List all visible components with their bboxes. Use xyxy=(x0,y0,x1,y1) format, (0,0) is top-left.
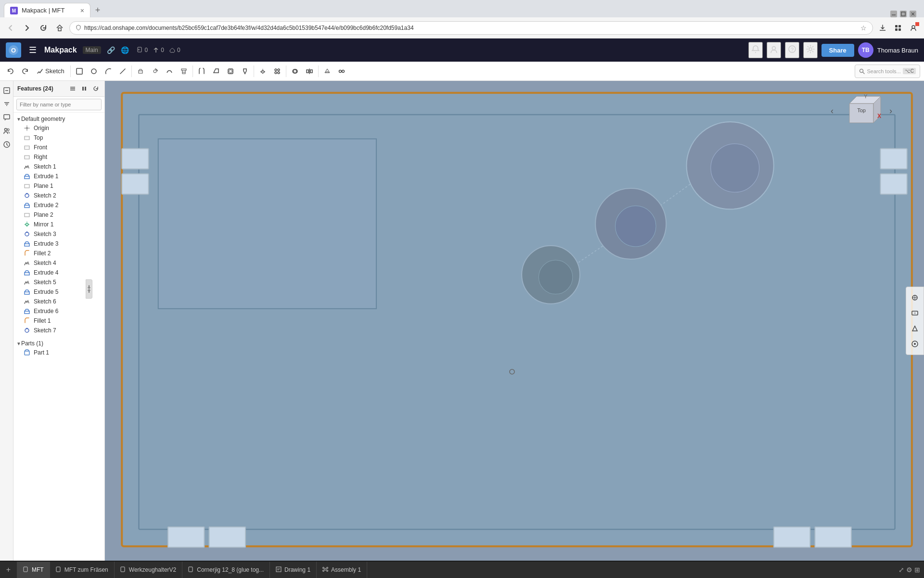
fullscreen-icon[interactable]: ⤢ xyxy=(898,566,904,574)
active-tab[interactable]: M Makpack | MFT × xyxy=(4,3,90,17)
minimize-button[interactable] xyxy=(890,11,897,17)
canvas-viewport[interactable]: ‹ › Top Y X xyxy=(105,81,924,561)
boolean-tool[interactable] xyxy=(288,64,302,79)
maximize-button[interactable] xyxy=(900,11,907,17)
comments-button[interactable] xyxy=(1,112,13,123)
feature-item[interactable]: Sketch 3 xyxy=(13,229,104,239)
part-studio-nav-button[interactable] xyxy=(1,85,13,96)
mate-tool[interactable] xyxy=(335,64,348,79)
bottom-tab-mft[interactable]: MFT xyxy=(17,562,50,578)
loft-tool[interactable] xyxy=(177,64,191,79)
redo-button[interactable] xyxy=(18,64,32,79)
bottom-tab-drawing[interactable]: Drawing 1 xyxy=(270,562,317,578)
refresh-button[interactable] xyxy=(37,21,50,35)
bookmark-icon[interactable]: ☆ xyxy=(860,24,867,32)
feature-item[interactable]: Sketch 2 xyxy=(13,191,104,200)
plane-tool[interactable] xyxy=(321,64,334,79)
view-tool-2[interactable] xyxy=(908,306,922,320)
sweep-tool[interactable] xyxy=(163,64,176,79)
onshape-logo[interactable]: O xyxy=(6,42,21,58)
close-window-button[interactable] xyxy=(910,11,916,17)
extensions-button[interactable] xyxy=(891,21,905,35)
select-tool[interactable] xyxy=(73,64,86,79)
download-button[interactable] xyxy=(876,21,889,35)
notifications-button[interactable] xyxy=(748,42,763,58)
feature-item[interactable]: Extrude 3 xyxy=(13,239,104,249)
bottom-tab-werkzeug[interactable]: WerkzeughalterV2 xyxy=(115,562,183,578)
circle-tool[interactable] xyxy=(87,64,101,79)
view-tool-3[interactable] xyxy=(908,322,922,335)
feature-item[interactable]: Sketch 7 xyxy=(13,326,104,335)
feature-item[interactable]: Part 1 xyxy=(13,348,104,357)
view-nav-right-button[interactable]: › xyxy=(889,106,892,116)
list-view-button[interactable] xyxy=(68,84,77,93)
back-button[interactable] xyxy=(4,21,17,35)
feature-item[interactable]: Extrude 2 xyxy=(13,200,104,210)
help-button[interactable]: ? xyxy=(785,42,799,58)
chamfer-tool[interactable] xyxy=(209,64,223,79)
feature-item[interactable]: Front xyxy=(13,143,104,152)
bottom-tab-mft-frasen[interactable]: MFT zum Fräsen xyxy=(50,562,115,578)
fillet-tool[interactable] xyxy=(195,64,208,79)
bottom-tab-assembly[interactable]: Assembly 1 xyxy=(317,562,367,578)
add-tab-button[interactable]: + xyxy=(0,562,17,578)
link-icon[interactable]: 🔗 xyxy=(107,46,115,54)
feature-item[interactable]: Extrude 6 xyxy=(13,306,104,316)
feature-item[interactable]: Top xyxy=(13,133,104,143)
pattern-tool[interactable] xyxy=(270,64,284,79)
group-collapse-arrow[interactable]: ▼ xyxy=(16,117,21,122)
history-button[interactable] xyxy=(1,139,13,150)
feature-item[interactable]: Extrude 1 xyxy=(13,171,104,181)
new-tab-button[interactable]: + xyxy=(90,3,105,17)
view-nav-left-button[interactable]: ‹ xyxy=(831,106,834,116)
default-geometry-group-header[interactable]: ▼ Default geometry xyxy=(13,115,104,123)
line-tool[interactable] xyxy=(116,64,129,79)
revolve-tool[interactable] xyxy=(148,64,162,79)
feature-item[interactable]: Fillet 1 xyxy=(13,316,104,326)
arc-tool[interactable] xyxy=(102,64,115,79)
parts-group-header[interactable]: ▼ Parts (1) xyxy=(13,339,104,348)
grid-icon[interactable]: ⊞ xyxy=(914,566,920,574)
split-tool[interactable] xyxy=(303,64,316,79)
feature-item[interactable]: Origin xyxy=(13,123,104,133)
settings-icon[interactable]: ⚙ xyxy=(906,566,912,574)
feature-item[interactable]: Mirror 1 xyxy=(13,220,104,229)
undo-button[interactable] xyxy=(4,64,17,79)
extrude-tool[interactable] xyxy=(134,64,147,79)
feature-item[interactable]: Extrude 4 xyxy=(13,268,104,277)
share-button[interactable]: Share xyxy=(821,44,854,57)
user-avatar[interactable]: TB xyxy=(858,42,873,58)
shell-tool[interactable] xyxy=(224,64,237,79)
view-tool-4[interactable] xyxy=(908,337,922,351)
filter-input[interactable] xyxy=(16,99,102,110)
svg-rect-113 xyxy=(815,527,851,547)
filter-button[interactable] xyxy=(1,98,13,110)
feature-item[interactable]: Sketch 4 xyxy=(13,258,104,268)
pause-regen-button[interactable] xyxy=(79,84,89,93)
home-button[interactable] xyxy=(53,21,66,35)
panel-toggle-button[interactable] xyxy=(86,279,92,299)
feature-item[interactable]: Right xyxy=(13,152,104,162)
tab-close-button[interactable]: × xyxy=(80,7,84,14)
draft-tool[interactable] xyxy=(238,64,252,79)
search-tools-bar[interactable]: Search tools... ⌥C xyxy=(855,65,920,78)
menu-button[interactable]: ☰ xyxy=(27,43,38,57)
sketch-button[interactable]: Sketch xyxy=(33,64,68,79)
branch-tag[interactable]: Main xyxy=(83,46,101,54)
members-button[interactable] xyxy=(1,125,13,137)
parts-collapse-arrow[interactable]: ▼ xyxy=(16,341,21,346)
profile-button[interactable] xyxy=(907,21,920,35)
bottom-tab-cornerjig[interactable]: Cornerjig 12_8 (glue tog... xyxy=(182,562,270,578)
share-link-icon[interactable]: 🌐 xyxy=(121,46,129,54)
feature-item[interactable]: Plane 1 xyxy=(13,181,104,191)
feature-item[interactable]: Sketch 1 xyxy=(13,162,104,171)
regen-button[interactable] xyxy=(91,84,101,93)
forward-button[interactable] xyxy=(20,21,34,35)
address-bar[interactable]: https://cad.onshape.com/documents/b25bc6… xyxy=(69,21,873,35)
view-tool-1[interactable] xyxy=(908,291,922,304)
feature-item[interactable]: Fillet 2 xyxy=(13,249,104,258)
settings-button[interactable] xyxy=(803,42,818,58)
feature-item[interactable]: Plane 2 xyxy=(13,210,104,220)
mirror-tool[interactable] xyxy=(256,64,270,79)
user-icon-button[interactable] xyxy=(767,42,781,58)
